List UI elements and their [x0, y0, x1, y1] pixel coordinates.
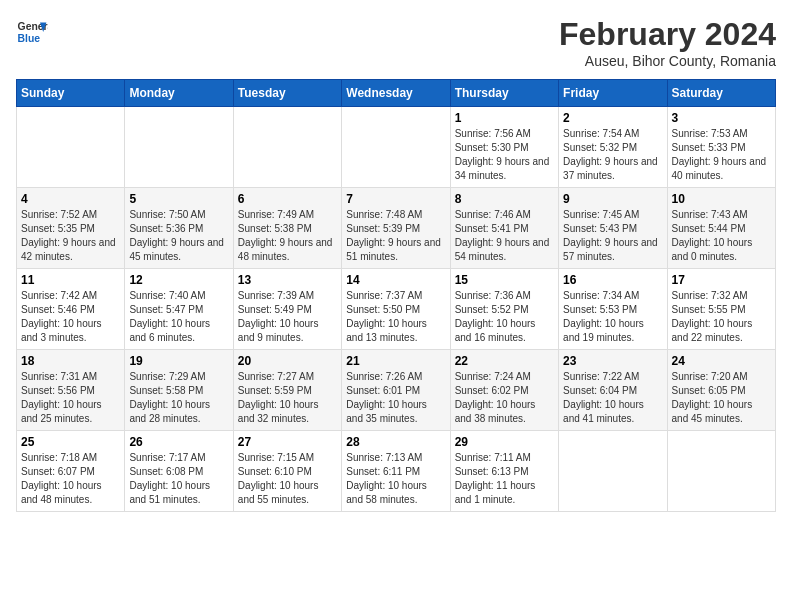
calendar-cell	[125, 107, 233, 188]
calendar-cell: 8Sunrise: 7:46 AMSunset: 5:41 PMDaylight…	[450, 188, 558, 269]
day-info: Sunrise: 7:48 AMSunset: 5:39 PMDaylight:…	[346, 208, 445, 264]
day-number: 25	[21, 435, 120, 449]
day-number: 17	[672, 273, 771, 287]
calendar-table: SundayMondayTuesdayWednesdayThursdayFrid…	[16, 79, 776, 512]
day-info: Sunrise: 7:43 AMSunset: 5:44 PMDaylight:…	[672, 208, 771, 264]
day-number: 1	[455, 111, 554, 125]
calendar-cell	[342, 107, 450, 188]
calendar-cell	[559, 431, 667, 512]
calendar-cell: 12Sunrise: 7:40 AMSunset: 5:47 PMDayligh…	[125, 269, 233, 350]
day-number: 23	[563, 354, 662, 368]
page-header: General Blue February 2024 Auseu, Bihor …	[16, 16, 776, 69]
calendar-cell: 3Sunrise: 7:53 AMSunset: 5:33 PMDaylight…	[667, 107, 775, 188]
calendar-cell: 14Sunrise: 7:37 AMSunset: 5:50 PMDayligh…	[342, 269, 450, 350]
weekday-header: Tuesday	[233, 80, 341, 107]
calendar-cell: 18Sunrise: 7:31 AMSunset: 5:56 PMDayligh…	[17, 350, 125, 431]
day-info: Sunrise: 7:54 AMSunset: 5:32 PMDaylight:…	[563, 127, 662, 183]
day-number: 26	[129, 435, 228, 449]
day-number: 29	[455, 435, 554, 449]
day-info: Sunrise: 7:42 AMSunset: 5:46 PMDaylight:…	[21, 289, 120, 345]
calendar-cell: 23Sunrise: 7:22 AMSunset: 6:04 PMDayligh…	[559, 350, 667, 431]
svg-text:Blue: Blue	[18, 33, 41, 44]
day-info: Sunrise: 7:26 AMSunset: 6:01 PMDaylight:…	[346, 370, 445, 426]
day-number: 14	[346, 273, 445, 287]
main-title: February 2024	[559, 16, 776, 53]
day-info: Sunrise: 7:11 AMSunset: 6:13 PMDaylight:…	[455, 451, 554, 507]
calendar-cell: 15Sunrise: 7:36 AMSunset: 5:52 PMDayligh…	[450, 269, 558, 350]
calendar-week-row: 18Sunrise: 7:31 AMSunset: 5:56 PMDayligh…	[17, 350, 776, 431]
day-info: Sunrise: 7:36 AMSunset: 5:52 PMDaylight:…	[455, 289, 554, 345]
day-info: Sunrise: 7:18 AMSunset: 6:07 PMDaylight:…	[21, 451, 120, 507]
day-number: 9	[563, 192, 662, 206]
day-info: Sunrise: 7:29 AMSunset: 5:58 PMDaylight:…	[129, 370, 228, 426]
calendar-cell: 7Sunrise: 7:48 AMSunset: 5:39 PMDaylight…	[342, 188, 450, 269]
calendar-week-row: 25Sunrise: 7:18 AMSunset: 6:07 PMDayligh…	[17, 431, 776, 512]
calendar-cell: 28Sunrise: 7:13 AMSunset: 6:11 PMDayligh…	[342, 431, 450, 512]
calendar-cell: 5Sunrise: 7:50 AMSunset: 5:36 PMDaylight…	[125, 188, 233, 269]
calendar-week-row: 4Sunrise: 7:52 AMSunset: 5:35 PMDaylight…	[17, 188, 776, 269]
day-info: Sunrise: 7:45 AMSunset: 5:43 PMDaylight:…	[563, 208, 662, 264]
day-info: Sunrise: 7:31 AMSunset: 5:56 PMDaylight:…	[21, 370, 120, 426]
day-info: Sunrise: 7:49 AMSunset: 5:38 PMDaylight:…	[238, 208, 337, 264]
day-info: Sunrise: 7:13 AMSunset: 6:11 PMDaylight:…	[346, 451, 445, 507]
day-number: 5	[129, 192, 228, 206]
day-info: Sunrise: 7:20 AMSunset: 6:05 PMDaylight:…	[672, 370, 771, 426]
logo-icon: General Blue	[16, 16, 48, 48]
calendar-cell: 27Sunrise: 7:15 AMSunset: 6:10 PMDayligh…	[233, 431, 341, 512]
day-number: 3	[672, 111, 771, 125]
calendar-cell	[233, 107, 341, 188]
calendar-cell: 26Sunrise: 7:17 AMSunset: 6:08 PMDayligh…	[125, 431, 233, 512]
calendar-cell: 16Sunrise: 7:34 AMSunset: 5:53 PMDayligh…	[559, 269, 667, 350]
day-number: 2	[563, 111, 662, 125]
day-info: Sunrise: 7:50 AMSunset: 5:36 PMDaylight:…	[129, 208, 228, 264]
calendar-cell: 10Sunrise: 7:43 AMSunset: 5:44 PMDayligh…	[667, 188, 775, 269]
day-info: Sunrise: 7:32 AMSunset: 5:55 PMDaylight:…	[672, 289, 771, 345]
day-number: 6	[238, 192, 337, 206]
day-number: 24	[672, 354, 771, 368]
weekday-header: Thursday	[450, 80, 558, 107]
day-info: Sunrise: 7:15 AMSunset: 6:10 PMDaylight:…	[238, 451, 337, 507]
calendar-cell: 11Sunrise: 7:42 AMSunset: 5:46 PMDayligh…	[17, 269, 125, 350]
logo: General Blue	[16, 16, 48, 48]
weekday-header-row: SundayMondayTuesdayWednesdayThursdayFrid…	[17, 80, 776, 107]
day-info: Sunrise: 7:53 AMSunset: 5:33 PMDaylight:…	[672, 127, 771, 183]
day-info: Sunrise: 7:39 AMSunset: 5:49 PMDaylight:…	[238, 289, 337, 345]
day-number: 20	[238, 354, 337, 368]
day-info: Sunrise: 7:24 AMSunset: 6:02 PMDaylight:…	[455, 370, 554, 426]
weekday-header: Monday	[125, 80, 233, 107]
day-info: Sunrise: 7:17 AMSunset: 6:08 PMDaylight:…	[129, 451, 228, 507]
calendar-cell: 21Sunrise: 7:26 AMSunset: 6:01 PMDayligh…	[342, 350, 450, 431]
calendar-cell	[667, 431, 775, 512]
weekday-header: Sunday	[17, 80, 125, 107]
day-number: 28	[346, 435, 445, 449]
day-info: Sunrise: 7:22 AMSunset: 6:04 PMDaylight:…	[563, 370, 662, 426]
calendar-cell: 22Sunrise: 7:24 AMSunset: 6:02 PMDayligh…	[450, 350, 558, 431]
calendar-cell: 20Sunrise: 7:27 AMSunset: 5:59 PMDayligh…	[233, 350, 341, 431]
calendar-cell: 19Sunrise: 7:29 AMSunset: 5:58 PMDayligh…	[125, 350, 233, 431]
calendar-cell: 24Sunrise: 7:20 AMSunset: 6:05 PMDayligh…	[667, 350, 775, 431]
day-number: 8	[455, 192, 554, 206]
calendar-cell: 13Sunrise: 7:39 AMSunset: 5:49 PMDayligh…	[233, 269, 341, 350]
day-info: Sunrise: 7:34 AMSunset: 5:53 PMDaylight:…	[563, 289, 662, 345]
day-number: 19	[129, 354, 228, 368]
calendar-cell: 17Sunrise: 7:32 AMSunset: 5:55 PMDayligh…	[667, 269, 775, 350]
subtitle: Auseu, Bihor County, Romania	[559, 53, 776, 69]
day-info: Sunrise: 7:37 AMSunset: 5:50 PMDaylight:…	[346, 289, 445, 345]
calendar-cell: 29Sunrise: 7:11 AMSunset: 6:13 PMDayligh…	[450, 431, 558, 512]
calendar-cell: 4Sunrise: 7:52 AMSunset: 5:35 PMDaylight…	[17, 188, 125, 269]
day-number: 7	[346, 192, 445, 206]
weekday-header: Friday	[559, 80, 667, 107]
day-number: 16	[563, 273, 662, 287]
calendar-cell: 2Sunrise: 7:54 AMSunset: 5:32 PMDaylight…	[559, 107, 667, 188]
day-number: 10	[672, 192, 771, 206]
day-number: 4	[21, 192, 120, 206]
calendar-cell	[17, 107, 125, 188]
calendar-week-row: 1Sunrise: 7:56 AMSunset: 5:30 PMDaylight…	[17, 107, 776, 188]
day-number: 11	[21, 273, 120, 287]
day-info: Sunrise: 7:52 AMSunset: 5:35 PMDaylight:…	[21, 208, 120, 264]
calendar-cell: 1Sunrise: 7:56 AMSunset: 5:30 PMDaylight…	[450, 107, 558, 188]
day-number: 13	[238, 273, 337, 287]
day-number: 15	[455, 273, 554, 287]
day-info: Sunrise: 7:46 AMSunset: 5:41 PMDaylight:…	[455, 208, 554, 264]
day-number: 18	[21, 354, 120, 368]
